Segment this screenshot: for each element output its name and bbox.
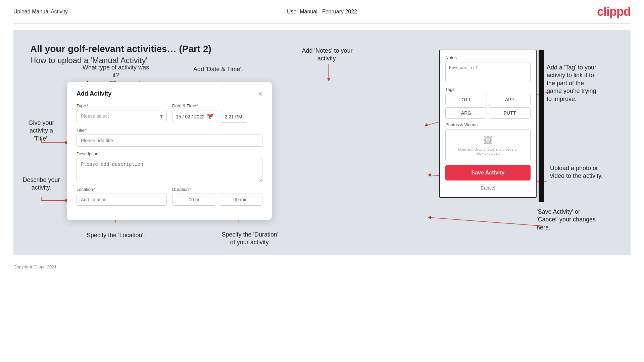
duration-label: Duration* [172, 187, 262, 192]
cancel-button[interactable]: Cancel [445, 183, 531, 193]
tags-grid: OTT APP ARG PUTT [445, 94, 531, 119]
description-label: Description [77, 151, 262, 156]
duration-field-group: Duration* [172, 187, 262, 206]
duration-inputs [172, 194, 262, 206]
photos-section-label: Photos & Videos [445, 122, 531, 127]
phone-sidebar-strip [539, 50, 544, 202]
photos-upload-area[interactable]: 🖼 Drag and Drop photos and videos or cli… [445, 129, 531, 161]
datetime-label: Date & Time* [172, 103, 262, 108]
date-time-inputs: 15 / 02 / 2022 📅 2:21 PM [172, 110, 262, 123]
location-field-group: Location* [77, 187, 167, 206]
location-duration-row: Location* Duration* [77, 187, 262, 206]
modal-title: Add Activity [77, 90, 111, 97]
modal-close-button[interactable]: × [258, 91, 262, 97]
svg-marker-15 [327, 78, 330, 81]
duration-min-input[interactable] [219, 194, 263, 206]
annotation-tag: Add a 'Tag' to your activity to link it … [547, 64, 624, 103]
top-bar: Upload Manual Activity User Manual - Feb… [0, 0, 644, 19]
annotation-give-title: Give your activity a 'Title'. [19, 119, 63, 143]
header-divider [13, 23, 631, 24]
upload-text: Drag and Drop photos and videos or click… [451, 147, 525, 155]
type-datetime-row: Type* Please select Date & Time* 15 / 02… [77, 103, 262, 123]
notes-section-label: Notes [445, 55, 531, 60]
annotation-save: 'Save Activity' or 'Cancel' your changes… [537, 208, 624, 231]
annotation-describe: Describe your activity. [19, 176, 63, 192]
tag-ott[interactable]: OTT [445, 94, 487, 105]
annotation-date-time: Add 'Date & Time'. [188, 65, 248, 73]
panel-content: Notes Tags OTT APP ARG PUTT Photos & Vid… [440, 50, 536, 197]
type-select[interactable]: Please select [77, 110, 167, 122]
annotation-upload: Upload a photo or video to the activity. [550, 164, 624, 180]
annotation-notes: Add 'Notes' to your activity. [292, 47, 362, 63]
location-label: Location* [77, 187, 167, 192]
svg-marker-19 [428, 173, 431, 176]
date-input[interactable]: 15 / 02 / 2022 📅 [172, 110, 217, 123]
type-select-wrapper: Please select [77, 110, 167, 122]
description-textarea[interactable] [77, 158, 262, 182]
title-label: Title* [77, 128, 262, 133]
type-label: Type* [77, 103, 167, 108]
notes-textarea[interactable] [445, 62, 531, 82]
svg-line-20 [429, 217, 543, 226]
manual-title: User Manual - February 2022 [287, 9, 357, 15]
annotation-duration: Specify the 'Duration' of your activity. [211, 231, 289, 247]
logo: clippd [597, 5, 631, 19]
title-field-group: Title* [77, 128, 262, 147]
main-content: All your golf-relevant activities… (Part… [13, 30, 631, 255]
add-activity-modal: Add Activity × Type* Please select Date … [67, 82, 272, 220]
tags-section-label: Tags [445, 87, 531, 92]
tag-putt[interactable]: PUTT [489, 107, 531, 119]
duration-hr-input[interactable] [172, 194, 216, 206]
tag-arg[interactable]: ARG [445, 107, 487, 119]
phone-panel: Notes Tags OTT APP ARG PUTT Photos & Vid… [439, 50, 537, 198]
svg-marker-21 [428, 216, 431, 219]
time-input[interactable]: 2:21 PM [220, 111, 247, 123]
modal-header: Add Activity × [77, 90, 262, 97]
page-title: Upload Manual Activity [13, 9, 68, 15]
copyright: Copyright Clippd 2021 [0, 261, 644, 273]
tag-app[interactable]: APP [489, 94, 531, 105]
type-field-group: Type* Please select [77, 103, 167, 123]
upload-icon: 🖼 [451, 135, 525, 146]
save-activity-button[interactable]: Save Activity [445, 165, 531, 180]
annotation-location: Specify the 'Location'. [79, 231, 153, 239]
datetime-field-group: Date & Time* 15 / 02 / 2022 📅 2:21 PM [172, 103, 262, 123]
svg-marker-17 [424, 123, 429, 126]
location-input[interactable] [77, 194, 167, 206]
description-field-group: Description [77, 151, 262, 182]
title-input[interactable] [77, 135, 262, 147]
